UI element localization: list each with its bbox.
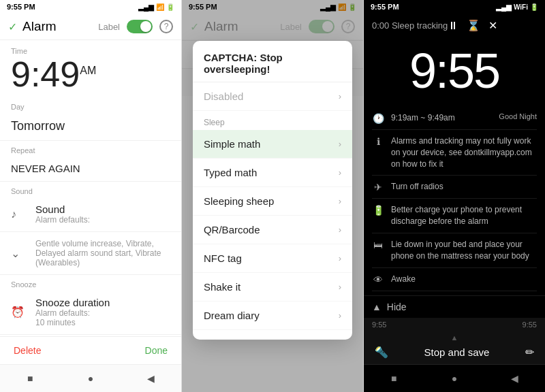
modal-cancel-area: Cancel (193, 330, 352, 340)
modal-item-qr/barcode[interactable]: QR/Barcode › (193, 216, 352, 244)
nav-circle[interactable]: ● (81, 369, 100, 388)
sound-sub: Alarm defaults: (35, 215, 170, 225)
nav-bar-3: ■ ● ◀ (364, 364, 545, 392)
modal-item-typed-math[interactable]: Typed math › (193, 159, 352, 187)
modal-section-sleep: Sleep (193, 111, 352, 130)
sleep-info-text: Alarms and tracking may not fully work o… (391, 135, 537, 169)
modal-item-disabled[interactable]: Disabled › (193, 82, 352, 111)
sleep-action-bar: ▲ 🔦 Stop and save ✏ (364, 331, 545, 364)
status-bar-3: 9:55 PM ▂▄▆ WiFi 🔋 (364, 0, 545, 14)
status-bar-1: 9:55 PM ▂▄▆ 📶 🔋 (0, 0, 181, 14)
sound-row[interactable]: ♪ Sound Alarm defaults: (0, 197, 181, 232)
modal-item-dream-diary[interactable]: Dream diary › (193, 301, 352, 330)
sleep-info-right: Good Night (499, 112, 537, 120)
snooze-sub: Alarm defaults: (35, 308, 170, 318)
captcha-panel: 9:55 PM ▂▄▆ 📶 🔋 ✓ Alarm Label ? CAPTCHA:… (182, 0, 364, 392)
info-icon: 👁 (372, 274, 384, 285)
sleep-info-row: 🔋 Better charge your phone to prevent di… (372, 199, 537, 233)
done-button[interactable]: Done (145, 345, 168, 356)
sleep-info-row: ℹ Alarms and tracking may not fully work… (372, 130, 537, 176)
alarm-time-display[interactable]: 9:49AM (11, 56, 170, 92)
day-section-label: Day (0, 97, 181, 112)
signal-icon: ▂▄▆ (138, 3, 154, 11)
sleep-info-text: Better charge your phone to prevent disc… (391, 204, 537, 227)
nav-back-3[interactable]: ◀ (505, 369, 525, 388)
modal-item-label: Disabled (204, 91, 339, 102)
snooze-value: 10 minutes (35, 318, 170, 327)
hide-row[interactable]: ▲ Hide (364, 295, 545, 318)
modal-item-simple-math[interactable]: Simple math › (193, 130, 352, 159)
modal-item-label: Dream diary (204, 310, 339, 321)
ampm: AM (80, 65, 96, 76)
sleep-info-text: Lie down in your bed and place your phon… (391, 239, 537, 262)
modal-item-nfc-tag[interactable]: NFC tag › (193, 244, 352, 273)
info-icon: 🛏 (372, 240, 384, 250)
repeat-section-label: Repeat (0, 141, 181, 156)
edit-icon[interactable]: ✏ (525, 346, 534, 359)
snooze-row[interactable]: ⏰ Snooze duration Alarm defaults: 10 min… (0, 290, 181, 335)
modal-item-label: QR/Barcode (204, 224, 339, 235)
hourglass-icon[interactable]: ⌛ (467, 19, 480, 32)
sleep-info-row: 🛏 Lie down in your bed and place your ph… (372, 233, 537, 268)
signal-icon-3: ▂▄▆ (496, 3, 512, 11)
snooze-section-label: Snooze (0, 275, 181, 290)
sleep-info-list: 🕐 9:19am ~ 9:49am Good Night ℹ Alarms an… (364, 107, 545, 295)
sound-title: Sound (35, 203, 170, 215)
sleep-info-text: Turn off radios (391, 181, 537, 193)
footer-time-left: 9:55 (372, 321, 386, 329)
volume-row[interactable]: ⌄ Gentle volume increase, Vibrate, Delay… (0, 232, 181, 275)
alarm-time-section: Time 9:49AM (0, 40, 181, 97)
day-value: Tomorrow (11, 119, 170, 133)
label-btn[interactable]: Label (98, 22, 120, 32)
info-icon: ℹ (372, 136, 384, 147)
wifi-icon-3: WiFi (514, 3, 528, 11)
sleep-time-display: 9:55 (364, 37, 545, 107)
sleep-info-text: Awake (391, 274, 537, 285)
info-icon: 🔋 (372, 205, 384, 216)
nav-square[interactable]: ■ (20, 369, 40, 388)
alarm-content: Time 9:49AM Day Tomorrow Repeat NEVER AG… (0, 40, 181, 336)
footer-time-right: 9:55 (523, 321, 537, 329)
modal-item-sleeping-sheep[interactable]: Sleeping sheep › (193, 187, 352, 216)
snooze-title: Snooze duration (35, 297, 170, 308)
chevron-right-icon: › (339, 253, 341, 263)
info-icon: 🕐 (372, 113, 384, 124)
chevron-down-icon: ⌄ (11, 247, 27, 260)
chevron-right-icon: › (339, 310, 341, 321)
battery-icon-3: 🔋 (530, 3, 538, 11)
chevron-right-icon: › (339, 139, 341, 149)
close-icon[interactable]: ✕ (488, 19, 497, 32)
volume-text: Gentle volume increase, Vibrate, Delayed… (35, 239, 170, 267)
alarm-top-bar: ✓ Alarm Label ? (0, 14, 181, 40)
nav-square-3[interactable]: ■ (384, 369, 403, 388)
chevron-right-icon: › (339, 91, 341, 101)
nav-back[interactable]: ◀ (142, 369, 161, 388)
pause-icon[interactable]: ⏸ (448, 20, 458, 32)
day-row[interactable]: Tomorrow (0, 112, 181, 141)
sleep-info-row: 🕐 9:19am ~ 9:49am Good Night (372, 107, 537, 130)
stop-save-button[interactable]: Stop and save (424, 346, 490, 358)
chevron-up-icon: ▲ (372, 301, 382, 312)
repeat-row[interactable]: NEVER AGAIN (0, 156, 181, 182)
help-icon[interactable]: ? (159, 20, 173, 33)
clock-icon: ⏰ (11, 306, 27, 318)
status-time-1: 9:55 PM (7, 3, 35, 11)
chevron-right-icon: › (339, 282, 341, 292)
info-icon: ✈ (372, 182, 384, 193)
chevron-right-icon: › (339, 196, 341, 206)
nav-circle-3[interactable]: ● (445, 369, 464, 388)
alarm-footer: Delete Done (0, 336, 181, 364)
sleep-tracking-panel: 9:55 PM ▂▄▆ WiFi 🔋 0:00 Sleep tracking ⏸… (364, 0, 545, 392)
chevron-up-icon-2: ▲ (451, 333, 458, 342)
nav-bar-1: ■ ● ◀ (0, 364, 181, 392)
tracking-time: 0:00 Sleep tracking (372, 20, 448, 31)
alarm-title: Alarm (22, 19, 98, 34)
captcha-modal: CAPTCHA: Stop oversleeping! Disabled › S… (193, 41, 352, 340)
hide-label: Hide (387, 301, 407, 312)
cancel-button[interactable]: Cancel (300, 337, 341, 340)
delete-button[interactable]: Delete (14, 345, 41, 356)
flashlight-icon[interactable]: 🔦 (375, 346, 388, 359)
modal-item-shake-it[interactable]: Shake it › (193, 273, 352, 301)
modal-items-list: Disabled › Sleep Simple math › Typed mat… (193, 82, 352, 330)
alarm-toggle[interactable] (127, 20, 153, 33)
